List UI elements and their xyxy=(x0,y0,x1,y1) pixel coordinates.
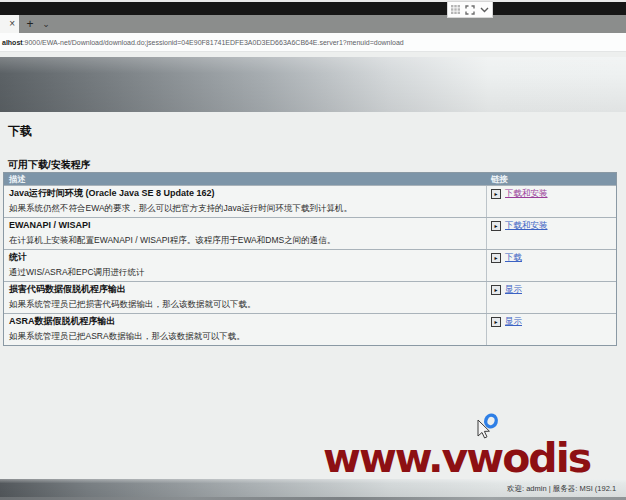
download-item-title: Java运行时间环境 (Oracle Java SE 8 Update 162) xyxy=(4,186,486,198)
status-welcome-text: 欢迎: admin | 服务器: MSI (192.1 xyxy=(507,484,616,494)
download-item-title: ASRA数据假脱机程序输出 xyxy=(4,314,486,326)
download-link[interactable]: 显示 xyxy=(505,316,522,326)
table-body: Java运行时间环境 (Oracle Java SE 8 Update 162)… xyxy=(4,185,616,345)
active-tab[interactable]: × xyxy=(0,15,19,33)
description-cell: 损害代码数据假脱机程序输出 如果系统管理员已把损害代码数据输出，那么该数据就可以… xyxy=(4,282,486,313)
table-row: ASRA数据假脱机程序输出 如果系统管理员已把ASRA数据输出，那么该数据就可以… xyxy=(4,313,616,345)
download-item-description: 如果系统管理员已把ASRA数据输出，那么该数据就可以下载。 xyxy=(4,326,486,345)
description-cell: 统计 通过WIS/ASRA和EPC调用进行统计 xyxy=(4,250,486,281)
table-row: 损害代码数据假脱机程序输出 如果系统管理员已把损害代码数据输出，那么该数据就可以… xyxy=(4,281,616,313)
arrow-pointer-icon xyxy=(478,420,489,438)
table-row: 统计 通过WIS/ASRA和EPC调用进行统计 ▸ 下载 xyxy=(4,249,616,281)
go-arrow-icon[interactable]: ▸ xyxy=(491,285,501,295)
table-row: EWANAPI / WISAPI 在计算机上安装和配置EWANAPI / WIS… xyxy=(4,217,616,249)
go-arrow-icon[interactable]: ▸ xyxy=(491,221,501,231)
busy-spinner-icon xyxy=(484,414,497,428)
go-arrow-icon[interactable]: ▸ xyxy=(491,189,501,199)
download-item-title: 损害代码数据假脱机程序输出 xyxy=(4,282,486,294)
grid-icon[interactable] xyxy=(451,5,460,14)
column-header-links: 链接 xyxy=(486,173,616,185)
new-tab-button[interactable]: + xyxy=(22,15,38,33)
downloads-table: 描述 链接 Java运行时间环境 (Oracle Java SE 8 Updat… xyxy=(3,172,617,346)
download-item-description: 通过WIS/ASRA和EPC调用进行统计 xyxy=(4,262,486,281)
link-cell: ▸ 下载 xyxy=(486,250,616,281)
tab-close-icon[interactable]: × xyxy=(9,19,15,29)
description-cell: EWANAPI / WISAPI 在计算机上安装和配置EWANAPI / WIS… xyxy=(4,218,486,249)
mouse-cursor xyxy=(475,411,501,445)
fullscreen-icon[interactable] xyxy=(465,5,475,15)
remote-desktop-screen: × + ⌄ alhost:9000/EWA-net/Download/downl… xyxy=(0,0,626,500)
link-cell: ▸ 下载和安装 xyxy=(486,218,616,249)
download-link[interactable]: 下载 xyxy=(505,252,522,262)
description-cell: Java运行时间环境 (Oracle Java SE 8 Update 162)… xyxy=(4,186,486,217)
section-title: 可用下载/安装程序 xyxy=(8,158,91,172)
download-item-description: 如果系统管理员已把损害代码数据输出，那么该数据就可以下载。 xyxy=(4,294,486,313)
page-title: 下载 xyxy=(8,123,32,140)
column-header-description: 描述 xyxy=(4,173,486,185)
download-link[interactable]: 下载和安装 xyxy=(505,220,548,230)
link-cell: ▸ 下载和安装 xyxy=(486,186,616,217)
tab-list-chevron-icon[interactable]: ⌄ xyxy=(38,15,54,33)
table-row: Java运行时间环境 (Oracle Java SE 8 Update 162)… xyxy=(4,185,616,217)
download-link[interactable]: 下载和安装 xyxy=(505,188,548,198)
browser-tab-bar: × + ⌄ xyxy=(0,15,626,33)
watermark-text: www.vwodis xyxy=(323,438,590,478)
table-header-row: 描述 链接 xyxy=(4,173,616,185)
go-arrow-icon[interactable]: ▸ xyxy=(491,253,501,263)
url-text[interactable]: alhost:9000/EWA-net/Download/download.do… xyxy=(2,39,404,46)
download-link[interactable]: 显示 xyxy=(505,284,522,294)
chevron-down-icon[interactable] xyxy=(480,7,489,13)
download-item-title: EWANAPI / WISAPI xyxy=(4,218,486,230)
url-host: alhost xyxy=(2,39,23,46)
go-arrow-icon[interactable]: ▸ xyxy=(491,317,501,327)
download-item-description: 如果系统仍然不符合EWA的要求，那么可以把官方支持的Java运行时间环境下载到计… xyxy=(4,198,486,217)
description-cell: ASRA数据假脱机程序输出 如果系统管理员已把ASRA数据输出，那么该数据就可以… xyxy=(4,314,486,345)
download-item-title: 统计 xyxy=(4,250,486,262)
link-cell: ▸ 显示 xyxy=(486,314,616,345)
window-title-bar xyxy=(0,2,626,15)
viewer-toolbar[interactable] xyxy=(447,1,493,18)
download-item-description: 在计算机上安装和配置EWANAPI / WISAPI程序。该程序用于EWA和DM… xyxy=(4,230,486,249)
address-bar[interactable]: alhost:9000/EWA-net/Download/download.do… xyxy=(0,33,626,52)
page-header-banner xyxy=(0,57,626,112)
link-cell: ▸ 显示 xyxy=(486,282,616,313)
status-bar: 欢迎: admin | 服务器: MSI (192.1 xyxy=(0,479,626,497)
url-path: :9000/EWA-net/Download/download.do;jsess… xyxy=(23,39,404,46)
